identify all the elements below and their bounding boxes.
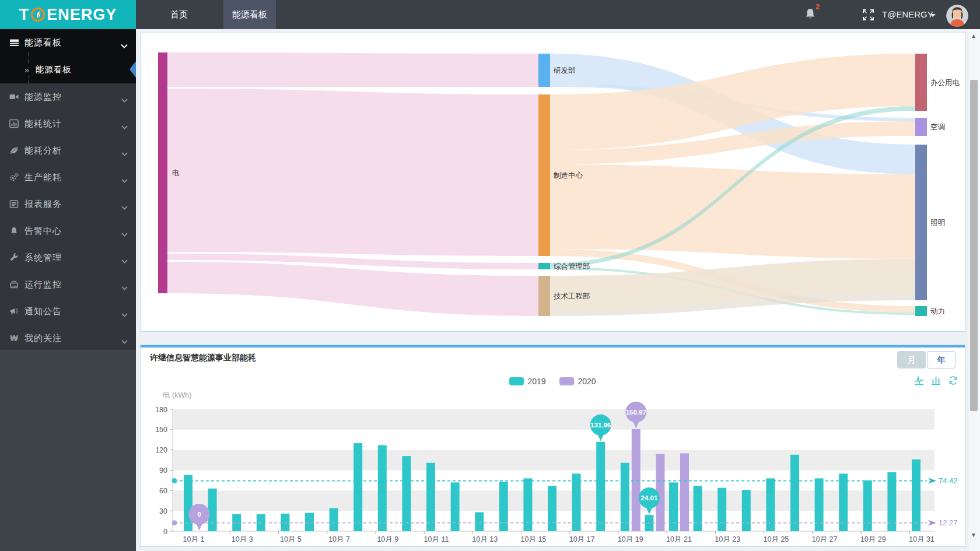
tab-energy-board[interactable]: 能源看板 (223, 0, 276, 29)
sankey-node-label: 空调 (930, 123, 945, 131)
x-tick-label: 10月 23 (715, 535, 740, 543)
megaphone-icon (9, 307, 19, 316)
sidebar-subitem-energy-board[interactable]: » 能源看板 (0, 56, 136, 83)
bar-2019-day9[interactable] (378, 445, 387, 531)
sankey-link-电-技术工程部[interactable] (167, 262, 538, 316)
sidebar-item-能源监控[interactable]: 能源监控 (0, 83, 136, 110)
sankey-link-电-制造中心[interactable] (167, 89, 538, 256)
fullscreen-icon[interactable] (862, 9, 874, 23)
bar-2019-day8[interactable] (354, 443, 362, 531)
bar-2020-day21[interactable] (680, 453, 689, 531)
sidebar-item-生产能耗[interactable]: 生产能耗 (0, 164, 136, 191)
bell-icon (9, 226, 19, 236)
sidebar-menu: 能源监控能耗统计能耗分析生产能耗报表服务告警中心系统管理运行监控通知公告₩我的关… (0, 83, 136, 350)
y-tick-label: 0 (163, 528, 167, 536)
sankey-node-label: 办公用电 (930, 79, 960, 87)
user-avatar[interactable] (946, 5, 968, 27)
energy-flow-sankey-chart[interactable]: 电研发部制造中心综合管理部技术工程部办公用电空调照明动力 (141, 33, 965, 331)
chevron-down-icon (121, 40, 128, 51)
tab-home[interactable]: 首页 (147, 0, 211, 29)
sidebar-item-label: 运行监控 (24, 279, 62, 290)
bar-2019-day12[interactable] (451, 482, 460, 531)
bar-2019-day10[interactable] (402, 456, 411, 531)
gears-icon (9, 173, 19, 182)
sidebar-item-label: 我的关注 (24, 333, 62, 344)
bar-2019-day22[interactable] (694, 486, 702, 531)
bar-2019-day11[interactable] (426, 463, 435, 531)
sidebar-item-报表服务[interactable]: 报表服务 (0, 191, 136, 217)
chevron-down-icon (121, 282, 128, 293)
sankey-node-label: 综合管理部 (554, 262, 590, 271)
sankey-node-综合管理部[interactable] (538, 263, 550, 269)
user-menu[interactable]: T@ENERGY (882, 0, 933, 29)
sidebar-item-我的关注[interactable]: ₩我的关注 (0, 325, 136, 352)
sidebar-item-label: 系统管理 (24, 252, 62, 264)
bar-2019-day16[interactable] (548, 486, 556, 531)
sidebar-item-运行监控[interactable]: 运行监控 (0, 271, 136, 298)
notification-bell-icon[interactable] (804, 7, 817, 23)
x-tick-label: 10月 5 (280, 535, 302, 543)
bar-2019-day6[interactable] (305, 513, 314, 531)
scrollbar-down-arrow[interactable]: ▼ (971, 532, 977, 538)
sankey-node-空调[interactable] (915, 118, 927, 136)
bar-2019-day31[interactable] (912, 459, 921, 531)
average-value-label: 74.42 (939, 476, 958, 485)
bar-2019-day2[interactable] (208, 489, 217, 531)
sidebar-item-energy-board[interactable]: 能源看板 (0, 29, 136, 56)
drive-icon (9, 280, 19, 289)
x-tick-label: 10月 3 (232, 535, 253, 543)
sankey-node-技术工程部[interactable] (538, 276, 550, 316)
plot-band (173, 450, 935, 471)
sidebar-item-告警中心[interactable]: 告警中心 (0, 217, 136, 244)
bar-2019-day23[interactable] (718, 488, 726, 531)
x-tick-label: 10月 15 (521, 535, 547, 543)
y-tick-label: 30 (159, 507, 167, 515)
sankey-node-label: 技术工程部 (553, 292, 590, 300)
sidebar-item-label: 告警中心 (24, 226, 62, 237)
x-tick-label: 10月 1 (183, 535, 205, 543)
x-tick-label: 10月 19 (618, 535, 643, 543)
daily-consumption-bar-chart[interactable]: 030609012015018010月 110月 310月 510月 710月 … (141, 345, 964, 544)
bar-2019-day5[interactable] (281, 514, 289, 531)
app-logo[interactable]: T ENERGY (0, 0, 136, 29)
bar-2019-day18[interactable] (596, 442, 605, 531)
sankey-node-照明[interactable] (915, 145, 927, 300)
svg-text:₩: ₩ (10, 334, 18, 343)
bar-2020-day19[interactable] (632, 429, 640, 531)
sidebar-subitem-label: 能源看板 (36, 64, 72, 75)
bar-2019-day24[interactable] (742, 490, 751, 531)
sidebar-item-能耗分析[interactable]: 能耗分析 (0, 137, 136, 164)
bar-2019-day13[interactable] (475, 512, 484, 531)
bar-2019-day14[interactable] (499, 482, 508, 531)
sankey-link-电-研发部[interactable] (167, 52, 538, 87)
sidebar-item-通知公告[interactable]: 通知公告 (0, 298, 136, 325)
x-tick-label: 10月 7 (328, 535, 350, 543)
bar-2019-day19[interactable] (621, 463, 629, 531)
sankey-node-label: 照明 (930, 219, 945, 227)
marker-pin-value: 0 (197, 511, 201, 518)
barchart-icon (9, 119, 19, 128)
x-tick-label: 10月 25 (764, 535, 789, 543)
x-tick-label: 10月 27 (812, 535, 838, 543)
scrollbar-thumb[interactable] (970, 80, 978, 411)
sankey-node-研发部[interactable] (538, 54, 550, 87)
sidebar-item-能耗统计[interactable]: 能耗统计 (0, 110, 136, 137)
bar-2019-day29[interactable] (863, 480, 872, 531)
sankey-node-制造中心[interactable] (538, 94, 550, 256)
bar-2019-day7[interactable] (330, 508, 338, 531)
sankey-node-电[interactable] (158, 52, 167, 293)
bar-2019-day26[interactable] (790, 455, 799, 531)
chevron-down-icon (121, 175, 128, 185)
chevron-down-icon (121, 255, 128, 266)
sankey-node-动力[interactable] (915, 306, 927, 316)
bar-2019-day21[interactable] (669, 482, 678, 531)
sidebar-item-系统管理[interactable]: 系统管理 (0, 244, 136, 271)
scrollbar-up-arrow[interactable]: ▲ (971, 33, 977, 39)
submenu-arrows-icon: » (24, 64, 30, 76)
won-icon: ₩ (9, 334, 19, 343)
sankey-node-办公用电[interactable] (915, 54, 927, 111)
sankey-link-制造中心-照明[interactable] (550, 164, 915, 259)
notification-badge: 2 (816, 2, 820, 11)
sidebar-item-label: 报表服务 (24, 199, 62, 210)
active-item-pointer-icon (130, 61, 136, 78)
